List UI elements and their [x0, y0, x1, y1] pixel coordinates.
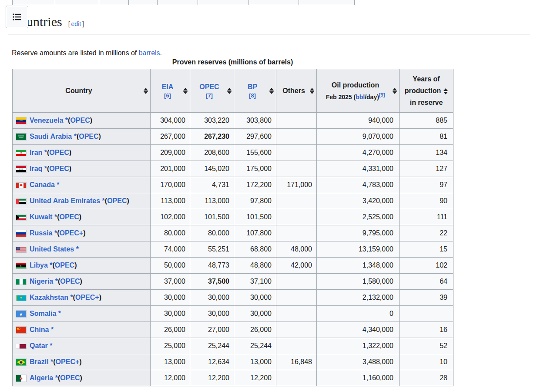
flag-kuwait-icon[interactable]	[16, 215, 26, 220]
sort-arrows-icon	[183, 88, 188, 94]
org-link[interactable]: OPEC+	[75, 294, 99, 301]
eia-ref-link[interactable]: [6]	[164, 92, 171, 99]
flag-uae-icon[interactable]	[16, 199, 26, 204]
country-link[interactable]: Venezuela	[30, 117, 63, 124]
others-cell	[276, 338, 317, 354]
bp-link[interactable]: BP	[248, 83, 257, 90]
flag-algeria-icon[interactable]	[16, 375, 26, 382]
country-link[interactable]: Canada	[30, 181, 55, 188]
bp-cell: 155,600	[234, 145, 276, 161]
country-note-star-link[interactable]: *	[51, 326, 54, 333]
country-link[interactable]: Brazil	[30, 358, 49, 365]
column-header-years[interactable]: Years of production in reserve	[400, 69, 453, 113]
production-ref-link[interactable]: [9]	[379, 92, 385, 97]
bp-ref-link[interactable]: [8]	[249, 92, 256, 99]
flag-canada-icon[interactable]	[16, 183, 26, 188]
flag-saudi-icon[interactable]	[16, 134, 26, 140]
bbl-link[interactable]: bbl	[356, 93, 365, 100]
production-cell: 4,331,000	[317, 161, 400, 177]
flag-venezuela-icon[interactable]	[16, 117, 26, 124]
country-link[interactable]: Libya	[30, 261, 48, 269]
org-link[interactable]: OPEC	[49, 149, 69, 156]
toc-button[interactable]	[6, 6, 28, 28]
eia-cell: 50,000	[151, 258, 190, 274]
eia-cell: 102,000	[151, 209, 190, 225]
opec-link[interactable]: OPEC	[199, 83, 219, 90]
eia-cell: 201,000	[151, 161, 190, 177]
country-link[interactable]: China	[30, 326, 49, 333]
barrels-link[interactable]: barrels	[139, 49, 160, 57]
country-note-star-link[interactable]: *	[58, 310, 61, 317]
column-header-opec[interactable]: OPEC [7]	[190, 69, 234, 113]
flag-china-icon[interactable]	[16, 327, 26, 333]
eia-cell: 30,000	[151, 290, 190, 306]
flag-brazil-icon[interactable]	[16, 359, 26, 365]
eia-cell: 26,000	[151, 322, 190, 338]
org-link[interactable]: OPEC	[49, 165, 69, 172]
edit-link[interactable]: edit	[71, 20, 81, 27]
bp-cell: 30,000	[234, 290, 276, 306]
country-link[interactable]: Kuwait	[30, 213, 52, 221]
country-note-star-link[interactable]: *	[76, 245, 79, 253]
years-cell: 22	[400, 225, 453, 241]
org-link[interactable]: OPEC	[107, 197, 127, 204]
country-link[interactable]: Qatar	[30, 342, 48, 349]
country-link[interactable]: Algeria	[30, 374, 53, 382]
country-link[interactable]: Kazakhstan	[30, 294, 68, 301]
years-cell: 90	[400, 193, 453, 209]
article-page: Countries[edit] Reserve amounts are list…	[0, 0, 544, 392]
country-link[interactable]: United States	[30, 245, 74, 253]
country-link[interactable]: Iran	[30, 149, 42, 156]
country-cell: Kuwait *(OPEC)	[13, 209, 151, 225]
org-link[interactable]: OPEC+	[56, 358, 80, 365]
column-header-eia[interactable]: EIA [6]	[151, 69, 190, 113]
flag-qatar-icon[interactable]	[16, 344, 26, 348]
flag-russia-icon[interactable]	[16, 230, 26, 237]
column-header-production[interactable]: Oil production Feb 2025 (bbl/day)[9]	[317, 69, 400, 113]
org-label-close: )	[79, 358, 81, 365]
flag-kazakhstan-icon[interactable]	[16, 295, 26, 301]
country-link[interactable]: Iraq	[30, 165, 42, 172]
country-note-star-link[interactable]: *	[57, 181, 59, 188]
column-header-country[interactable]: Country	[13, 69, 151, 113]
country-link[interactable]: Russia	[30, 229, 52, 237]
table-row: Kazakhstan *(OPEC+)30,00030,00030,0002,1…	[13, 290, 453, 306]
column-header-bp[interactable]: BP [8]	[234, 69, 276, 113]
flag-libya-icon[interactable]	[16, 263, 26, 268]
years-cell: 10	[400, 354, 453, 370]
country-link[interactable]: Nigeria	[30, 278, 53, 285]
eia-cell: 170,000	[151, 177, 190, 193]
org-link[interactable]: OPEC	[79, 133, 98, 140]
org-link[interactable]: OPEC	[59, 213, 79, 221]
country-link[interactable]: United Arab Emirates	[30, 197, 100, 204]
opec-cell: 30,000	[190, 290, 234, 306]
fragment-cell	[12, 0, 55, 5]
org-link[interactable]: OPEC	[70, 117, 90, 124]
opec-ref-link[interactable]: [7]	[206, 92, 213, 99]
flag-iran-icon[interactable]	[16, 150, 26, 156]
org-link[interactable]: OPEC	[55, 261, 74, 269]
column-header-others[interactable]: Others	[276, 69, 317, 113]
country-link[interactable]: Saudi Arabia	[30, 133, 72, 140]
sort-arrows-icon	[227, 88, 232, 94]
others-cell	[276, 274, 317, 290]
country-note-star-link[interactable]: *	[50, 342, 52, 349]
org-label-close: )	[79, 213, 81, 221]
sort-arrows-icon	[393, 88, 397, 94]
country-link[interactable]: Somalia	[30, 310, 56, 317]
org-link[interactable]: OPEC+	[59, 229, 83, 237]
org-link[interactable]: OPEC	[60, 374, 80, 382]
org-link[interactable]: OPEC	[60, 278, 80, 285]
flag-somalia-icon[interactable]	[16, 311, 26, 317]
flag-nigeria-icon[interactable]	[16, 279, 26, 285]
years-cell: 81	[400, 129, 453, 145]
org-label-close: )	[74, 261, 77, 269]
years-cell: 52	[400, 338, 453, 354]
flag-usa-icon[interactable]	[16, 247, 26, 252]
opec-cell: 30,000	[190, 306, 234, 322]
flag-iraq-icon[interactable]	[16, 166, 26, 172]
org-label-close: )	[127, 197, 129, 204]
table-row: China *26,00027,00026,0004,340,00016	[13, 322, 453, 338]
eia-link[interactable]: EIA	[162, 83, 174, 90]
production-cell: 13,159,000	[317, 241, 400, 258]
